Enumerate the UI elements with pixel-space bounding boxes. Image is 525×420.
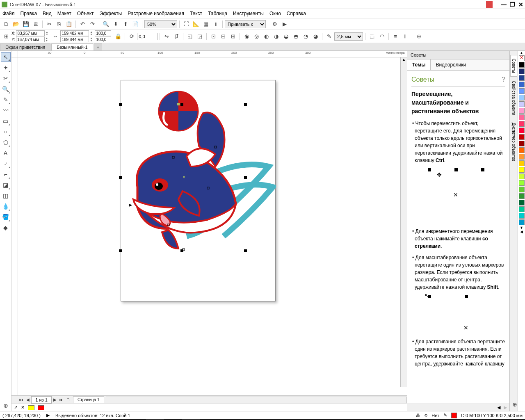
selection-handle[interactable] — [244, 176, 247, 179]
vertical-ruler[interactable] — [11, 57, 18, 395]
pick-tool-icon[interactable]: ↖◢ — [1, 52, 11, 62]
outline-pen-icon[interactable]: ✎ — [324, 32, 333, 41]
y-position-input[interactable] — [16, 37, 45, 42]
quick-customize-toolbox-icon[interactable]: ⊕ — [1, 401, 11, 411]
parallel-dim-icon[interactable]: ⟋◢ — [1, 159, 11, 169]
color-swatch[interactable] — [519, 82, 525, 87]
new-icon[interactable]: 🗋 — [2, 20, 11, 29]
color-swatch[interactable] — [519, 167, 525, 173]
width-input[interactable] — [60, 30, 89, 36]
horizontal-ruler[interactable]: -50 0 50 100 150 200 250 300 миллиметры — [11, 51, 407, 57]
crop-tool-icon[interactable]: ✂◢ — [1, 73, 11, 83]
color-swatch[interactable] — [519, 75, 525, 81]
color-swatch[interactable] — [519, 62, 525, 68]
artistic-media-icon[interactable]: 〰 — [1, 105, 11, 115]
simplify-icon[interactable]: ◒ — [281, 32, 290, 41]
hints-content[interactable]: Советы? Перемещение, масштабирование и р… — [407, 71, 509, 404]
menu-file[interactable]: Файл — [2, 11, 15, 16]
color-swatch[interactable] — [519, 108, 525, 114]
palette-down-icon[interactable]: ▼ — [518, 226, 525, 230]
back-minus-icon[interactable]: ◔ — [301, 32, 310, 41]
outline-width-select[interactable]: 2,5 мм — [334, 32, 363, 41]
transparency-icon[interactable]: ◫ — [1, 191, 11, 201]
menu-tools[interactable]: Инструменты — [233, 11, 264, 16]
cut-icon[interactable]: ✂ — [45, 20, 54, 29]
menu-edit[interactable]: Правка — [21, 11, 37, 16]
print-icon[interactable]: 🖶 — [31, 20, 40, 29]
rulers-icon[interactable]: 📐 — [192, 20, 201, 29]
menu-bitmaps[interactable]: Растровые изображения — [128, 11, 184, 16]
color-swatch[interactable] — [519, 114, 525, 120]
color-swatch[interactable] — [519, 187, 525, 192]
scale-y-input[interactable] — [95, 37, 111, 42]
palette-up-icon[interactable]: ▲ — [518, 51, 525, 55]
color-swatch[interactable] — [519, 219, 525, 225]
hints-back-icon[interactable]: ◀ — [497, 405, 500, 410]
save-icon[interactable]: 💾 — [21, 20, 30, 29]
next-page-icon[interactable]: ▶ — [52, 397, 58, 403]
selection-handle[interactable] — [180, 249, 183, 252]
color-swatch[interactable] — [519, 180, 525, 186]
zoom-tool-icon[interactable]: 🔍◢ — [1, 84, 11, 94]
interactive-fill-icon[interactable]: 🪣◢ — [1, 212, 11, 222]
mirror-v-icon[interactable]: ⇵ — [172, 32, 181, 41]
user-icon[interactable] — [486, 1, 493, 8]
ungroup-all-icon[interactable]: ⊞ — [228, 32, 237, 41]
fill-swatch-2[interactable] — [38, 405, 44, 410]
connector-icon[interactable]: ⌐◢ — [1, 169, 11, 179]
scale-x-input[interactable] — [95, 30, 111, 36]
help-icon[interactable]: ? — [502, 75, 505, 84]
outline-pen-status-icon[interactable]: ✎ — [443, 413, 447, 418]
boundary-icon[interactable]: ◕ — [311, 32, 320, 41]
color-swatch[interactable] — [519, 95, 525, 100]
page-number-input[interactable] — [31, 396, 52, 404]
color-swatch[interactable] — [519, 121, 525, 127]
weld-icon[interactable]: ◎ — [252, 32, 261, 41]
docker-object-manager[interactable]: Диспетчер объектов — [511, 119, 517, 164]
docker-hints[interactable]: Советы — [510, 55, 517, 77]
tab-new[interactable]: + — [94, 43, 102, 50]
no-color-swatch[interactable]: ✕ — [519, 55, 525, 61]
search-icon[interactable]: 🔍 — [101, 20, 110, 29]
to-back-icon[interactable]: ◲ — [195, 32, 204, 41]
color-swatch[interactable] — [519, 200, 525, 205]
smart-fill-icon[interactable]: ◆ — [1, 223, 11, 233]
hints-tab-topics[interactable]: Темы — [407, 59, 431, 70]
outline-color-swatch[interactable] — [451, 413, 457, 418]
combine-icon[interactable]: ◉ — [242, 32, 251, 41]
copy-icon[interactable]: ⎘ — [55, 20, 64, 29]
last-page-icon[interactable]: ⏭ — [58, 397, 65, 403]
group-icon[interactable]: ⊡ — [209, 32, 218, 41]
color-proof-icon[interactable]: 🖶 — [416, 413, 420, 418]
maximize-button[interactable]: ❐ — [510, 1, 515, 8]
tab-document-1[interactable]: Безымянный-1 — [51, 43, 93, 50]
drop-shadow-icon[interactable]: ◪◢ — [1, 180, 11, 190]
intersect-icon[interactable]: ◑ — [272, 32, 281, 41]
color-swatch[interactable] — [519, 206, 525, 212]
fill-swatch-1[interactable] — [28, 405, 34, 410]
polygon-tool-icon[interactable]: ⬠◢ — [1, 137, 11, 147]
to-front-icon[interactable]: ◱ — [185, 32, 194, 41]
dolphin-artwork[interactable]: × ▸ — [121, 84, 276, 257]
horizontal-scrollbar[interactable] — [106, 397, 407, 403]
mirror-h-icon[interactable]: ⇋ — [162, 32, 171, 41]
menu-effects[interactable]: Эффекты — [100, 11, 122, 16]
close-button[interactable]: ✕ — [518, 1, 523, 8]
color-swatch[interactable] — [519, 141, 525, 146]
lock-ratio-icon[interactable]: 🔒 — [114, 32, 123, 41]
fullscreen-icon[interactable]: ⛶ — [182, 20, 191, 29]
color-swatch[interactable] — [519, 101, 525, 107]
hints-fwd-icon[interactable]: ▶ — [504, 405, 507, 410]
paste-icon[interactable]: 📋 — [64, 20, 73, 29]
snap-select[interactable]: Привязать к — [225, 20, 266, 28]
convert-curves-icon[interactable]: ◠ — [377, 32, 386, 41]
trim-icon[interactable]: ◐ — [262, 32, 271, 41]
export-icon[interactable]: ⬆ — [121, 20, 130, 29]
front-minus-icon[interactable]: ◓ — [291, 32, 300, 41]
selection-handle[interactable] — [180, 103, 183, 106]
page-tab-1[interactable]: Страница 1 — [73, 396, 104, 403]
play-icon[interactable]: ▶ — [46, 413, 50, 418]
menu-object[interactable]: Объект — [77, 11, 94, 16]
text-tool-icon[interactable]: A — [1, 148, 11, 158]
menu-table[interactable]: Таблица — [208, 11, 227, 16]
